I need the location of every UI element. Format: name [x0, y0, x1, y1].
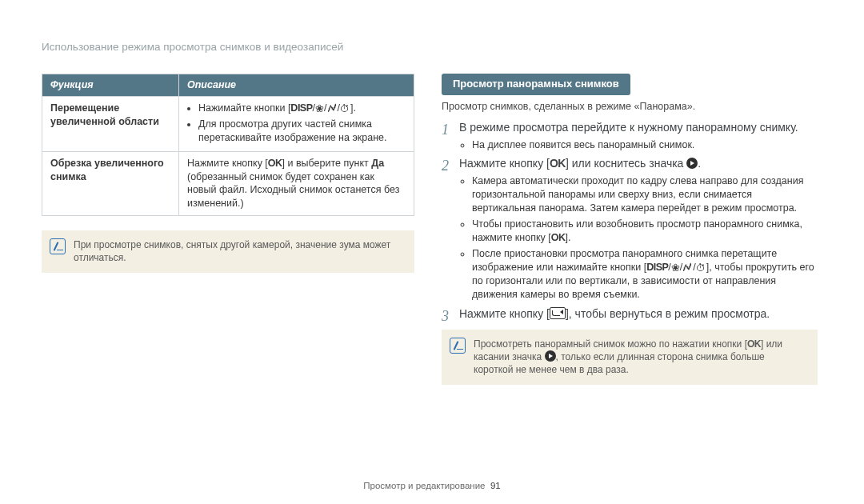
- steps-list: В режиме просмотра перейдите к нужному п…: [442, 120, 818, 322]
- two-column-layout: Функция Описание Перемещение увеличенной…: [42, 74, 826, 384]
- macro-icon: ❀: [671, 262, 680, 275]
- timer-icon: ⏱: [696, 262, 706, 275]
- cell-desc-crop: Нажмите кнопку [OK] и выберите пункт Да …: [179, 151, 414, 216]
- info-note: Просмотреть панорамный снимок можно по н…: [442, 330, 818, 385]
- bullet: Для просмотра других частей снимка перет…: [198, 118, 406, 145]
- left-column: Функция Описание Перемещение увеличенной…: [42, 74, 414, 384]
- disp-icon: DISP: [290, 102, 312, 114]
- bullet: Чтобы приостановить или возобновить прос…: [472, 218, 818, 245]
- text: Просмотреть панорамный снимок можно по н…: [474, 338, 747, 350]
- note-text: При просмотре снимков, снятых другой кам…: [74, 238, 403, 264]
- page-number: 91: [490, 481, 501, 490]
- th-description: Описание: [179, 74, 414, 97]
- cell-label-crop: Обрезка увеличенного снимка: [42, 151, 179, 216]
- ok-icon: OK: [550, 157, 566, 170]
- flash-icon: 🗲: [682, 262, 693, 275]
- ok-icon: OK: [268, 158, 282, 169]
- text: (обрезанный снимок будет сохранен как но…: [187, 171, 399, 210]
- table-row: Обрезка увеличенного снимка Нажмите кноп…: [42, 151, 414, 216]
- info-note: При просмотре снимков, снятых другой кам…: [42, 230, 414, 272]
- timer-icon: ⏱: [340, 102, 350, 116]
- page-footer: Просмотр и редактирование 91: [0, 480, 864, 493]
- th-function: Функция: [42, 74, 179, 97]
- right-column: Просмотр панорамных снимков Просмотр сни…: [442, 74, 818, 384]
- back-icon: [550, 307, 566, 319]
- bullet: Камера автоматически проходит по кадру с…: [472, 174, 818, 215]
- text: ], чтобы вернуться в режим просмотра.: [566, 307, 770, 320]
- disp-icon: DISP: [646, 262, 668, 273]
- step-1: В режиме просмотра перейдите к нужному п…: [442, 120, 818, 152]
- text: .: [698, 157, 701, 170]
- cell-label-move: Перемещение увеличенной области: [42, 97, 179, 152]
- macro-icon: ❀: [315, 102, 324, 116]
- bullet: Нажимайте кнопки [DISP/❀/🗲/⏱].: [198, 102, 406, 116]
- table-row: Перемещение увеличенной области Нажимайт…: [42, 97, 414, 152]
- breadcrumb: Использование режима просмотра снимков и…: [42, 40, 826, 54]
- bold-yes: Да: [371, 158, 384, 169]
- bullet: После приостановки просмотра панорамного…: [472, 247, 818, 302]
- text: ].: [350, 102, 356, 114]
- text: Чтобы приостановить или возобновить прос…: [472, 218, 802, 243]
- text: ].: [565, 232, 570, 243]
- flash-icon: 🗲: [327, 102, 338, 116]
- play-icon: [686, 158, 698, 169]
- text: Нажимайте кнопки [: [198, 102, 290, 114]
- text: ] и выберите пункт: [282, 158, 372, 169]
- text: Нажмите кнопку [: [187, 158, 268, 169]
- step-3: Нажмите кнопку [], чтобы вернуться в реж…: [442, 306, 818, 322]
- note-icon: [450, 338, 466, 354]
- document-page: Использование режима просмотра снимков и…: [0, 0, 864, 504]
- text: Нажмите кнопку [: [459, 307, 550, 320]
- footer-section: Просмотр и редактирование: [363, 481, 485, 490]
- step-1-text: В режиме просмотра перейдите к нужному п…: [459, 121, 798, 134]
- step-2: Нажмите кнопку [OK] или коснитесь значка…: [442, 156, 818, 302]
- section-intro: Просмотр снимков, сделанных в режиме «Па…: [442, 100, 818, 114]
- text: Нажмите кнопку [: [459, 157, 550, 170]
- note-icon: [50, 238, 66, 254]
- cell-desc-move: Нажимайте кнопки [DISP/❀/🗲/⏱]. Для просм…: [179, 97, 414, 152]
- table-header-row: Функция Описание: [42, 74, 414, 97]
- section-heading: Просмотр панорамных снимков: [442, 74, 630, 95]
- play-icon: [545, 350, 556, 362]
- ok-icon: OK: [551, 232, 566, 243]
- text: ] или коснитесь значка: [566, 157, 686, 170]
- bullet: На дисплее появится весь панорамный сним…: [472, 138, 818, 152]
- note-text: Просмотреть панорамный снимок можно по н…: [474, 338, 806, 377]
- function-table: Функция Описание Перемещение увеличенной…: [42, 74, 414, 216]
- ok-icon: OK: [747, 338, 761, 350]
